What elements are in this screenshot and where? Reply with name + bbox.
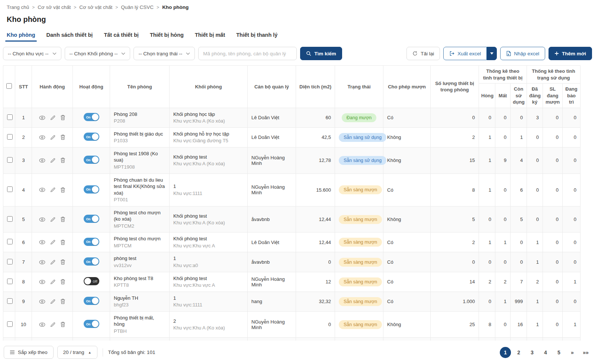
active-toggle[interactable]: On: [84, 133, 99, 141]
active-toggle[interactable]: On: [84, 238, 99, 246]
area-cell: 42,5: [296, 127, 335, 147]
tab-thiet-bi-thanh-ly[interactable]: Thiết bị thanh lý: [236, 32, 277, 42]
edit-button[interactable]: [50, 187, 55, 192]
row-checkbox[interactable]: [7, 186, 13, 192]
pagination-page-4[interactable]: 4: [540, 347, 551, 358]
allow-borrow-cell: Có: [383, 252, 431, 272]
edit-button[interactable]: [50, 279, 55, 285]
edit-icon: [50, 158, 55, 163]
delete-button[interactable]: [60, 157, 65, 163]
edit-button[interactable]: [50, 322, 55, 327]
export-excel-button[interactable]: Xuất excel: [443, 47, 487, 60]
area-cell: 60: [296, 108, 335, 127]
view-button[interactable]: [39, 299, 45, 304]
edit-button[interactable]: [50, 240, 55, 245]
manager-cell: NGuyễn Hoàng Minh: [248, 338, 296, 341]
area-cell: 12,44: [296, 233, 335, 252]
view-button[interactable]: [39, 217, 45, 222]
area-select[interactable]: -- Chọn khu vực --: [3, 47, 61, 60]
edit-icon: [50, 187, 55, 192]
tab-bar: Kho phòng Danh sách thiết bị Tất cả thiế…: [3, 24, 592, 42]
stat-cell: 0: [563, 173, 580, 206]
breadcrumb-item[interactable]: Trang chủ: [7, 4, 29, 10]
add-new-button[interactable]: Thêm mới: [549, 47, 592, 60]
status-badge: Sẵn sàng mượn: [339, 258, 382, 267]
edit-button[interactable]: [50, 217, 55, 222]
view-button[interactable]: [39, 260, 45, 265]
stat-cell: 16: [511, 311, 527, 338]
pagination-page-1[interactable]: 1: [500, 347, 511, 358]
delete-button[interactable]: [60, 299, 65, 304]
delete-button[interactable]: [60, 217, 65, 222]
pagination-page-5[interactable]: 5: [553, 347, 565, 358]
status-badge: Sẵn sàng sử dụng: [339, 156, 386, 165]
view-button[interactable]: [39, 135, 45, 140]
row-stt: 7: [15, 252, 32, 272]
row-checkbox[interactable]: [7, 157, 13, 163]
stat-cell: 0: [495, 252, 511, 272]
delete-button[interactable]: [60, 279, 65, 285]
delete-button[interactable]: [60, 240, 65, 245]
active-toggle[interactable]: On: [84, 156, 99, 164]
breadcrumb-item[interactable]: Quản lý CSVC: [121, 4, 154, 10]
breadcrumb-item[interactable]: Cơ sở vật chất: [38, 4, 71, 10]
stat-cell: 1: [495, 292, 511, 311]
view-button[interactable]: [39, 158, 45, 163]
delete-button[interactable]: [60, 259, 65, 265]
tab-kho-phong[interactable]: Kho phòng: [7, 32, 35, 42]
row-checkbox[interactable]: [7, 114, 13, 120]
active-toggle[interactable]: On: [84, 113, 99, 121]
page-size-select[interactable]: 20 / trang ▲: [57, 346, 97, 359]
active-toggle[interactable]: Off: [84, 277, 99, 285]
pagination-next-icon[interactable]: »»: [580, 347, 591, 358]
row-checkbox[interactable]: [7, 134, 13, 140]
view-button[interactable]: [39, 279, 45, 285]
row-checkbox[interactable]: [7, 298, 13, 304]
delete-button[interactable]: [60, 115, 65, 120]
reload-button[interactable]: Tải lại: [406, 47, 440, 60]
row-checkbox[interactable]: [7, 216, 13, 222]
active-toggle[interactable]: On: [84, 320, 99, 328]
block-select[interactable]: -- Chọn Khối phòng --: [65, 47, 131, 60]
edit-button[interactable]: [50, 158, 55, 163]
active-toggle[interactable]: On: [84, 297, 99, 305]
edit-button[interactable]: [50, 115, 55, 120]
edit-button[interactable]: [50, 299, 55, 304]
delete-button[interactable]: [60, 134, 65, 140]
view-button[interactable]: [39, 187, 45, 192]
tab-tat-ca-thiet-bi[interactable]: Tất cả thiết bị: [104, 32, 138, 42]
pagination-page-2[interactable]: 2: [513, 347, 524, 358]
stat-cell: 0: [511, 252, 527, 272]
edit-button[interactable]: [50, 135, 55, 140]
tab-thiet-bi-hong[interactable]: Thiết bị hỏng: [150, 32, 184, 42]
import-excel-button[interactable]: Nhập excel: [500, 47, 545, 60]
tab-thiet-bi-mat[interactable]: Thiết bị mất: [195, 32, 225, 42]
table-footer: Sắp xếp theo 20 / trang ▲ Tổng số bản gh…: [3, 346, 592, 359]
stat-cell: 0: [479, 206, 495, 233]
row-checkbox[interactable]: [7, 321, 13, 327]
delete-button[interactable]: [60, 322, 65, 327]
row-checkbox[interactable]: [7, 259, 13, 264]
status-select[interactable]: -- Chọn trạng thái --: [134, 47, 195, 60]
room-block-cell: Khối phòng testKhu vực:Khu vực A: [170, 272, 248, 292]
tab-danh-sach-thiet-bi[interactable]: Danh sách thiết bị: [46, 32, 93, 42]
active-toggle[interactable]: On: [84, 215, 99, 223]
pagination-next-icon[interactable]: »: [567, 347, 578, 358]
active-toggle[interactable]: On: [84, 257, 99, 266]
delete-button[interactable]: [60, 187, 65, 193]
pagination-page-3[interactable]: 3: [527, 347, 538, 358]
breadcrumb-item[interactable]: Cơ sở vật chất: [79, 4, 112, 10]
room-block-cell: Khối phòng testKhu vực:Khu vực A: [170, 233, 248, 252]
active-toggle[interactable]: On: [84, 185, 99, 194]
export-excel-dropdown-toggle[interactable]: [487, 47, 497, 60]
sort-by-button[interactable]: Sắp xếp theo: [4, 346, 54, 359]
edit-button[interactable]: [50, 260, 55, 265]
row-checkbox[interactable]: [7, 239, 13, 244]
view-button[interactable]: [39, 240, 45, 245]
row-checkbox[interactable]: [7, 279, 13, 284]
search-button[interactable]: Tìm kiếm: [300, 47, 342, 60]
view-button[interactable]: [39, 322, 45, 327]
search-input[interactable]: [198, 47, 297, 60]
view-button[interactable]: [39, 115, 45, 120]
select-all-checkbox[interactable]: [6, 83, 12, 89]
